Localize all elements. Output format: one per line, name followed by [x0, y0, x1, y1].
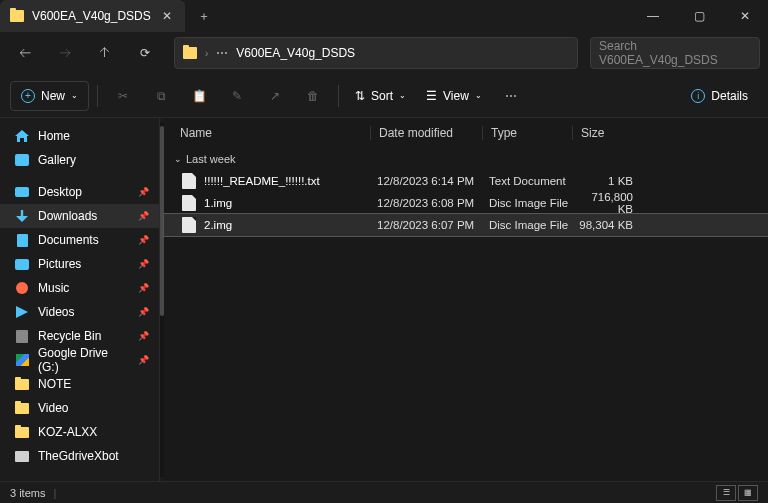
details-view-button[interactable]: ☰ [716, 485, 736, 501]
paste-button[interactable]: 📋 [182, 81, 216, 111]
file-row[interactable]: 1.img 12/8/2023 6:08 PM Disc Image File … [164, 192, 768, 214]
file-row[interactable]: 2.img 12/8/2023 6:07 PM Disc Image File … [164, 214, 768, 236]
sidebar-item-music[interactable]: Music📌 [0, 276, 159, 300]
sidebar-item-recyclebin[interactable]: Recycle Bin📌 [0, 324, 159, 348]
item-count: 3 items [10, 487, 45, 499]
sidebar-item-documents[interactable]: Documents📌 [0, 228, 159, 252]
search-input[interactable]: Search V600EA_V40g_DSDS [590, 37, 760, 69]
pin-icon: 📌 [138, 187, 149, 197]
address-bar[interactable]: › ⋯ V600EA_V40g_DSDS [174, 37, 578, 69]
file-icon [182, 173, 196, 189]
chevron-down-icon: ⌄ [71, 91, 78, 100]
folder-icon [10, 10, 24, 22]
cut-button[interactable]: ✂ [106, 81, 140, 111]
sidebar-item-gdrive[interactable]: Google Drive (G:)📌 [0, 348, 159, 372]
new-button[interactable]: + New ⌄ [10, 81, 89, 111]
refresh-button[interactable]: ⟳ [128, 37, 162, 69]
icons-view-button[interactable]: ▦ [738, 485, 758, 501]
sidebar-item-gallery[interactable]: Gallery [0, 148, 159, 172]
forward-button[interactable]: 🡢 [48, 37, 82, 69]
view-button[interactable]: ☰ View ⌄ [418, 81, 490, 111]
chevron-down-icon: ⌄ [399, 91, 406, 100]
sidebar-item-videos[interactable]: Videos📌 [0, 300, 159, 324]
chevron-icon: › [205, 48, 208, 59]
pin-icon: 📌 [138, 235, 149, 245]
view-icon: ☰ [426, 89, 437, 103]
file-icon [182, 217, 196, 233]
command-bar: + New ⌄ ✂ ⧉ 📋 ✎ ↗ 🗑 ⇅ Sort ⌄ ☰ View ⌄ ⋯ … [0, 74, 768, 118]
copy-button[interactable]: ⧉ [144, 81, 178, 111]
sidebar-item-note[interactable]: NOTE [0, 372, 159, 396]
pin-icon: 📌 [138, 331, 149, 341]
close-button[interactable]: ✕ [722, 0, 768, 32]
sidebar-item-downloads[interactable]: Downloads📌 [0, 204, 159, 228]
sidebar-item-home[interactable]: Home [0, 124, 159, 148]
search-placeholder: Search V600EA_V40g_DSDS [599, 39, 751, 67]
sidebar-item-desktop[interactable]: Desktop📌 [0, 180, 159, 204]
column-headers: Name Date modified Type Size [164, 118, 768, 148]
group-header[interactable]: ⌄ Last week [164, 148, 768, 170]
pin-icon: 📌 [138, 211, 149, 221]
sidebar-item-gdrivexbot[interactable]: TheGdriveXbot [0, 444, 159, 468]
window-controls: — ▢ ✕ [630, 0, 768, 32]
maximize-button[interactable]: ▢ [676, 0, 722, 32]
sidebar-item-koz[interactable]: KOZ-ALXX [0, 420, 159, 444]
tab-active[interactable]: V600EA_V40g_DSDS ✕ [0, 0, 185, 32]
sort-button[interactable]: ⇅ Sort ⌄ [347, 81, 414, 111]
sidebar-item-video[interactable]: Video [0, 396, 159, 420]
info-icon: i [691, 89, 705, 103]
navigation-bar: 🡠 🡢 🡡 ⟳ › ⋯ V600EA_V40g_DSDS Search V600… [0, 32, 768, 74]
file-row[interactable]: !!!!!!_README_!!!!!!.txt 12/8/2023 6:14 … [164, 170, 768, 192]
status-bar: 3 items | ☰ ▦ [0, 481, 768, 503]
new-tab-button[interactable]: ＋ [189, 8, 219, 25]
plus-icon: + [21, 89, 35, 103]
file-icon [182, 195, 196, 211]
titlebar: V600EA_V40g_DSDS ✕ ＋ — ▢ ✕ [0, 0, 768, 32]
pin-icon: 📌 [138, 355, 149, 365]
tab-title: V600EA_V40g_DSDS [32, 9, 151, 23]
column-date[interactable]: Date modified [370, 126, 482, 140]
delete-button[interactable]: 🗑 [296, 81, 330, 111]
share-button[interactable]: ↗ [258, 81, 292, 111]
rename-button[interactable]: ✎ [220, 81, 254, 111]
up-button[interactable]: 🡡 [88, 37, 122, 69]
tab-close-button[interactable]: ✕ [159, 8, 175, 24]
sidebar-item-pictures[interactable]: Pictures📌 [0, 252, 159, 276]
file-list: Name Date modified Type Size ⌄ Last week… [164, 118, 768, 481]
overflow-icon[interactable]: ⋯ [216, 46, 228, 60]
column-name[interactable]: Name [180, 126, 370, 140]
pin-icon: 📌 [138, 259, 149, 269]
column-size[interactable]: Size [572, 126, 634, 140]
breadcrumb-current[interactable]: V600EA_V40g_DSDS [236, 46, 355, 60]
more-button[interactable]: ⋯ [494, 81, 528, 111]
column-type[interactable]: Type [482, 126, 572, 140]
chevron-down-icon: ⌄ [475, 91, 482, 100]
pin-icon: 📌 [138, 307, 149, 317]
chevron-down-icon: ⌄ [174, 154, 182, 164]
minimize-button[interactable]: — [630, 0, 676, 32]
sidebar: Home Gallery Desktop📌 Downloads📌 Documen… [0, 118, 160, 481]
back-button[interactable]: 🡠 [8, 37, 42, 69]
sort-icon: ⇅ [355, 89, 365, 103]
folder-icon [183, 47, 197, 59]
pin-icon: 📌 [138, 283, 149, 293]
details-button[interactable]: i Details [681, 81, 758, 111]
